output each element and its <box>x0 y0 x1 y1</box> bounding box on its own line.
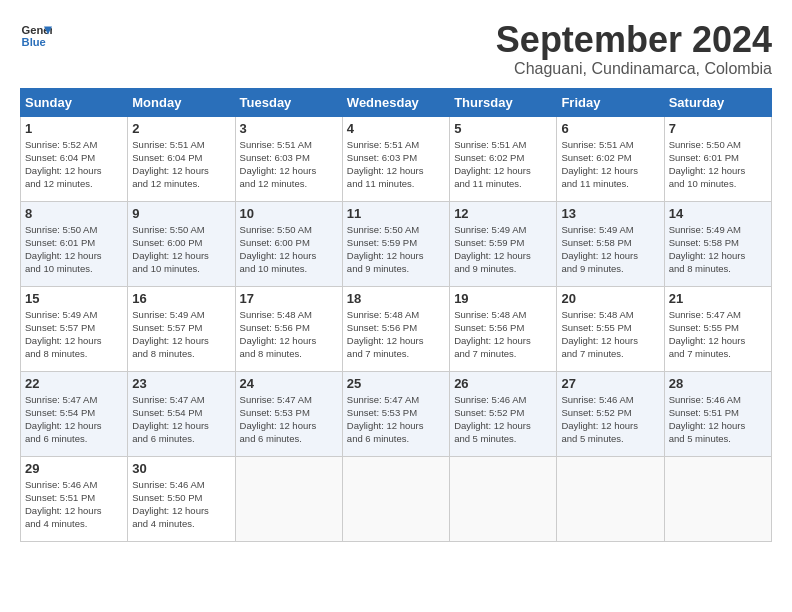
table-row: 21Sunrise: 5:47 AMSunset: 5:55 PMDayligh… <box>664 286 771 371</box>
table-row <box>557 456 664 541</box>
table-row: 22Sunrise: 5:47 AMSunset: 5:54 PMDayligh… <box>21 371 128 456</box>
table-row: 13Sunrise: 5:49 AMSunset: 5:58 PMDayligh… <box>557 201 664 286</box>
table-row: 9Sunrise: 5:50 AMSunset: 6:00 PMDaylight… <box>128 201 235 286</box>
header-tuesday: Tuesday <box>235 88 342 116</box>
table-row: 30Sunrise: 5:46 AMSunset: 5:50 PMDayligh… <box>128 456 235 541</box>
table-row <box>342 456 449 541</box>
header-friday: Friday <box>557 88 664 116</box>
table-row: 11Sunrise: 5:50 AMSunset: 5:59 PMDayligh… <box>342 201 449 286</box>
table-row: 6Sunrise: 5:51 AMSunset: 6:02 PMDaylight… <box>557 116 664 201</box>
header-monday: Monday <box>128 88 235 116</box>
table-row: 16Sunrise: 5:49 AMSunset: 5:57 PMDayligh… <box>128 286 235 371</box>
table-row: 20Sunrise: 5:48 AMSunset: 5:55 PMDayligh… <box>557 286 664 371</box>
table-row: 2Sunrise: 5:51 AMSunset: 6:04 PMDaylight… <box>128 116 235 201</box>
table-row: 1Sunrise: 5:52 AMSunset: 6:04 PMDaylight… <box>21 116 128 201</box>
table-row: 3Sunrise: 5:51 AMSunset: 6:03 PMDaylight… <box>235 116 342 201</box>
table-row: 23Sunrise: 5:47 AMSunset: 5:54 PMDayligh… <box>128 371 235 456</box>
table-row <box>235 456 342 541</box>
calendar-table: Sunday Monday Tuesday Wednesday Thursday… <box>20 88 772 542</box>
table-row: 7Sunrise: 5:50 AMSunset: 6:01 PMDaylight… <box>664 116 771 201</box>
table-row <box>450 456 557 541</box>
table-row: 26Sunrise: 5:46 AMSunset: 5:52 PMDayligh… <box>450 371 557 456</box>
svg-text:Blue: Blue <box>22 36 46 48</box>
table-row: 17Sunrise: 5:48 AMSunset: 5:56 PMDayligh… <box>235 286 342 371</box>
table-row <box>664 456 771 541</box>
table-row: 8Sunrise: 5:50 AMSunset: 6:01 PMDaylight… <box>21 201 128 286</box>
table-row: 18Sunrise: 5:48 AMSunset: 5:56 PMDayligh… <box>342 286 449 371</box>
table-row: 4Sunrise: 5:51 AMSunset: 6:03 PMDaylight… <box>342 116 449 201</box>
table-row: 24Sunrise: 5:47 AMSunset: 5:53 PMDayligh… <box>235 371 342 456</box>
table-row: 10Sunrise: 5:50 AMSunset: 6:00 PMDayligh… <box>235 201 342 286</box>
logo: General Blue <box>20 20 52 52</box>
header-saturday: Saturday <box>664 88 771 116</box>
month-title: September 2024 <box>496 20 772 60</box>
page-header: General Blue September 2024 Chaguani, Cu… <box>20 20 772 78</box>
calendar-header-row: Sunday Monday Tuesday Wednesday Thursday… <box>21 88 772 116</box>
header-thursday: Thursday <box>450 88 557 116</box>
table-row: 29Sunrise: 5:46 AMSunset: 5:51 PMDayligh… <box>21 456 128 541</box>
table-row: 14Sunrise: 5:49 AMSunset: 5:58 PMDayligh… <box>664 201 771 286</box>
table-row: 5Sunrise: 5:51 AMSunset: 6:02 PMDaylight… <box>450 116 557 201</box>
location-title: Chaguani, Cundinamarca, Colombia <box>496 60 772 78</box>
title-section: September 2024 Chaguani, Cundinamarca, C… <box>496 20 772 78</box>
table-row: 27Sunrise: 5:46 AMSunset: 5:52 PMDayligh… <box>557 371 664 456</box>
table-row: 28Sunrise: 5:46 AMSunset: 5:51 PMDayligh… <box>664 371 771 456</box>
table-row: 12Sunrise: 5:49 AMSunset: 5:59 PMDayligh… <box>450 201 557 286</box>
header-wednesday: Wednesday <box>342 88 449 116</box>
table-row: 19Sunrise: 5:48 AMSunset: 5:56 PMDayligh… <box>450 286 557 371</box>
header-sunday: Sunday <box>21 88 128 116</box>
table-row: 15Sunrise: 5:49 AMSunset: 5:57 PMDayligh… <box>21 286 128 371</box>
table-row: 25Sunrise: 5:47 AMSunset: 5:53 PMDayligh… <box>342 371 449 456</box>
logo-icon: General Blue <box>20 20 52 52</box>
